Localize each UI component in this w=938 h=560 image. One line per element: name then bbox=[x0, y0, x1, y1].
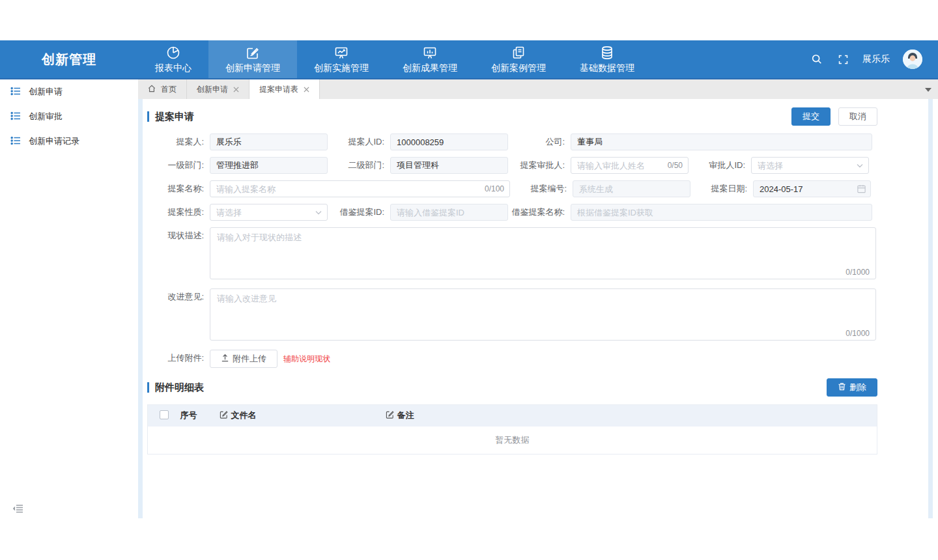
top-nav: 报表中心 创新申请管理 创新实施管理 创新成果管理 bbox=[138, 40, 651, 78]
nav-item-report-center[interactable]: 报表中心 bbox=[138, 40, 208, 78]
right-panel: 首页 创新申请 提案申请表 bbox=[138, 79, 938, 518]
sidebar-item-innovation-apply[interactable]: 创新申请 bbox=[0, 79, 138, 104]
app-logo: 创新管理 bbox=[0, 40, 138, 78]
select-all-checkbox[interactable] bbox=[160, 410, 169, 419]
proposal-no-input bbox=[573, 180, 690, 197]
username[interactable]: 展乐乐 bbox=[862, 53, 890, 65]
fullscreen-icon[interactable] bbox=[836, 53, 849, 66]
cancel-button[interactable]: 取消 bbox=[838, 107, 877, 126]
content-area: 提案申请 提交 取消 提案人: 提案人ID: 公司: bbox=[138, 99, 938, 518]
nav-item-innovation-results[interactable]: 创新成果管理 bbox=[386, 40, 474, 78]
attachments-title: 附件明细表 bbox=[147, 382, 204, 393]
delete-button[interactable]: 删除 bbox=[827, 378, 877, 397]
delete-button-label: 删除 bbox=[849, 382, 866, 393]
form-row: 提案名称: 0/100 提案编号: 提案日期: bbox=[147, 180, 877, 197]
search-icon[interactable] bbox=[810, 53, 823, 66]
list-icon bbox=[10, 135, 21, 148]
edit-icon bbox=[220, 410, 228, 421]
nav-item-innovation-implementation[interactable]: 创新实施管理 bbox=[297, 40, 386, 78]
list-icon bbox=[10, 86, 21, 98]
upload-button[interactable]: 附件上传 bbox=[210, 350, 277, 368]
close-icon[interactable] bbox=[304, 87, 309, 92]
proposer-input[interactable] bbox=[210, 133, 328, 150]
sidebar-item-application-records[interactable]: 创新申请记录 bbox=[0, 129, 138, 154]
proposal-form-page: 提案申请 提交 取消 提案人: 提案人ID: 公司: bbox=[147, 107, 877, 455]
pie-chart-icon bbox=[165, 44, 181, 61]
attachments-table: 序号 文件名 备注 bbox=[147, 404, 877, 455]
form-row: 提案性质: 借鉴提案ID: 借鉴提案名称: bbox=[147, 204, 877, 221]
nav-label: 创新申请管理 bbox=[225, 63, 280, 74]
tab-home[interactable]: 首页 bbox=[138, 79, 187, 99]
top-bar-right: 展乐乐 bbox=[810, 40, 938, 78]
ref-id-input[interactable] bbox=[390, 204, 508, 221]
empty-data-text: 暂无数据 bbox=[148, 427, 877, 455]
approver-label: 提案审批人: bbox=[508, 157, 571, 174]
form-row: 提案人: 提案人ID: 公司: bbox=[147, 133, 877, 150]
proposer-id-input[interactable] bbox=[390, 133, 508, 150]
proposal-name-label: 提案名称: bbox=[147, 180, 210, 197]
upload-row: 上传附件: 附件上传 辅助说明现状 bbox=[147, 350, 877, 368]
improvement-textarea[interactable] bbox=[210, 288, 876, 341]
nav-item-innovation-application[interactable]: 创新申请管理 bbox=[208, 40, 297, 78]
top-bar: 创新管理 报表中心 创新申请管理 创新实施管理 bbox=[0, 40, 938, 79]
home-icon bbox=[148, 85, 156, 94]
proposal-date-label: 提案日期: bbox=[690, 180, 753, 197]
submit-button[interactable]: 提交 bbox=[791, 107, 831, 126]
sidebar-item-innovation-approve[interactable]: 创新审批 bbox=[0, 104, 138, 129]
left-scrollbar-gutter[interactable] bbox=[138, 99, 143, 518]
close-icon[interactable] bbox=[233, 87, 239, 92]
proposer-label: 提案人: bbox=[147, 133, 210, 150]
sidebar-item-label: 创新审批 bbox=[29, 111, 63, 122]
dept1-input[interactable] bbox=[210, 157, 328, 174]
tab-proposal-form[interactable]: 提案申请表 bbox=[249, 79, 320, 99]
right-scrollbar-gutter[interactable] bbox=[928, 99, 933, 518]
edit-square-icon bbox=[245, 44, 261, 61]
database-icon bbox=[599, 44, 615, 61]
upload-hint-text: 辅助说明现状 bbox=[283, 354, 330, 365]
dept2-label: 二级部门: bbox=[328, 157, 390, 174]
proposer-id-label: 提案人ID: bbox=[328, 133, 390, 150]
company-input[interactable] bbox=[571, 133, 872, 150]
empty-row: 暂无数据 bbox=[148, 427, 877, 455]
trash-icon bbox=[838, 382, 846, 393]
upload-button-label: 附件上传 bbox=[233, 353, 266, 365]
upload-label: 上传附件: bbox=[147, 350, 210, 368]
form-row: 现状描述: 0/1000 bbox=[147, 227, 877, 282]
nav-item-innovation-cases[interactable]: 创新案例管理 bbox=[474, 40, 563, 78]
proposal-no-label: 提案编号: bbox=[510, 180, 573, 197]
nature-select[interactable] bbox=[210, 204, 328, 221]
tab-list-dropdown-icon[interactable] bbox=[925, 88, 931, 92]
column-header-remark: 备注 bbox=[397, 410, 414, 421]
sidebar-item-label: 创新申请 bbox=[29, 86, 63, 98]
app-window: 创新管理 报表中心 创新申请管理 创新实施管理 bbox=[0, 40, 938, 518]
dept2-input[interactable] bbox=[390, 157, 508, 174]
status-desc-textarea[interactable] bbox=[210, 227, 876, 279]
approver-id-label: 审批人ID: bbox=[689, 157, 751, 174]
improvement-label: 改进意见: bbox=[147, 288, 210, 305]
copy-documents-icon bbox=[511, 44, 526, 61]
tab-innovation-apply[interactable]: 创新申请 bbox=[187, 79, 249, 99]
attachments-table-header-row: 序号 文件名 备注 bbox=[148, 405, 877, 427]
presentation-line-chart-icon bbox=[334, 44, 349, 61]
presentation-bar-chart-icon bbox=[422, 44, 438, 61]
form-header: 提案申请 提交 取消 bbox=[147, 107, 877, 126]
form-row: 一级部门: 二级部门: 提案审批人: 0/50 审批人ID: bbox=[147, 157, 877, 174]
column-header-filename: 文件名 bbox=[231, 410, 257, 421]
dept1-label: 一级部门: bbox=[147, 157, 210, 174]
tab-label: 首页 bbox=[161, 84, 177, 95]
nav-label: 基础数据管理 bbox=[580, 63, 634, 74]
tab-label: 提案申请表 bbox=[259, 84, 298, 95]
proposal-name-input[interactable] bbox=[210, 180, 510, 197]
approver-id-select[interactable] bbox=[751, 157, 869, 174]
sidebar-item-label: 创新申请记录 bbox=[29, 135, 79, 147]
approver-input[interactable] bbox=[571, 157, 689, 174]
attachments-header: 附件明细表 删除 bbox=[147, 378, 877, 397]
proposal-date-input[interactable] bbox=[753, 180, 871, 197]
company-label: 公司: bbox=[508, 133, 571, 150]
sidebar: 创新申请 创新审批 创新申请记录 bbox=[0, 79, 138, 518]
form-row: 改进意见: 0/1000 bbox=[147, 288, 877, 343]
nav-label: 报表中心 bbox=[155, 63, 192, 74]
nav-item-base-data[interactable]: 基础数据管理 bbox=[563, 40, 651, 78]
sidebar-collapse-icon[interactable] bbox=[13, 504, 23, 516]
avatar[interactable] bbox=[903, 49, 922, 69]
